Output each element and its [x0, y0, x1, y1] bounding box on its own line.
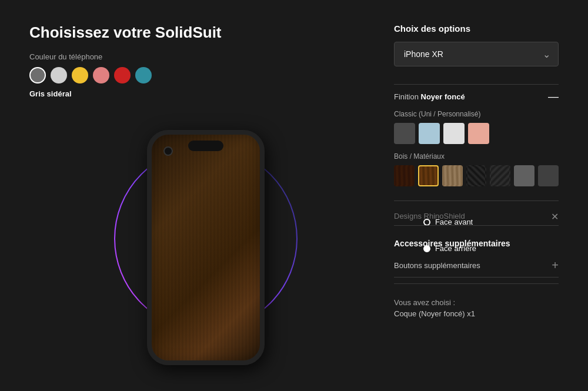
designs-input[interactable] [394, 207, 559, 226]
finition-collapse-button[interactable]: — [548, 91, 559, 103]
color-swatch-red[interactable] [114, 67, 131, 83]
face-back-label: Face arrière [435, 244, 476, 253]
page-title: Choisissez votre SolidSuit [29, 24, 382, 42]
color-section-label: Couleur du téléphone [29, 52, 382, 61]
face-back-dot [423, 245, 430, 252]
options-title: Choix des options [394, 24, 559, 34]
color-swatch-pink[interactable] [93, 67, 109, 83]
wood-label: Bois / Matériaux [394, 152, 559, 161]
model-select[interactable]: iPhone XR iPhone XS iPhone X iPhone 11 i… [394, 42, 559, 66]
classic-swatches [394, 123, 559, 144]
right-panel: Choix des options iPhone XR iPhone XS iP… [394, 24, 559, 367]
chosen-label: Vous avez choisi : [394, 298, 559, 307]
classic-swatch-white[interactable] [443, 123, 465, 144]
wood-swatch-carbon1[interactable] [466, 165, 487, 186]
accessories-title: Accessoires supplémentaires [394, 239, 559, 248]
color-swatches [29, 67, 382, 83]
color-swatch-teal[interactable] [135, 67, 152, 83]
wood-swatches [394, 165, 559, 186]
accessories-section: Accessoires supplémentaires Boutons supp… [394, 239, 559, 278]
wood-swatch-carbon2[interactable] [490, 165, 510, 186]
divider-1 [394, 84, 559, 85]
wood-swatch-slate2[interactable] [538, 165, 559, 186]
close-icon[interactable]: ✕ [551, 211, 559, 222]
left-panel: Choisissez votre SolidSuit Couleur du té… [29, 24, 382, 367]
wood-swatch-dark-walnut[interactable] [394, 165, 415, 186]
classic-swatch-dark-gray[interactable] [394, 123, 415, 144]
classic-swatch-light-blue[interactable] [419, 123, 440, 144]
wood-swatch-walnut[interactable] [418, 165, 439, 186]
chosen-item: Coque (Noyer foncé) x1 [394, 309, 559, 318]
add-accessory-button[interactable]: + [552, 259, 559, 272]
classic-label: Classic (Uni / Personnalisé) [394, 110, 559, 118]
color-swatch-graphite[interactable] [29, 67, 46, 83]
page-container: Choisissez votre SolidSuit Couleur du té… [0, 0, 588, 391]
finition-label: Finition Noyer foncé [394, 92, 465, 101]
phone-mockup [147, 130, 265, 365]
classic-swatch-salmon[interactable] [468, 123, 489, 144]
wood-swatch-light[interactable] [442, 165, 463, 186]
wood-swatch-slate1[interactable] [514, 165, 534, 186]
face-back-indicator[interactable]: Face arrière [423, 244, 476, 253]
color-swatch-silver[interactable] [51, 67, 67, 83]
product-view: Face avant Face arrière [29, 110, 382, 367]
phone-camera [163, 146, 173, 156]
divider-2 [394, 200, 559, 201]
finition-row: Finition Noyer foncé — [394, 91, 559, 103]
selected-color-name: Gris sidéral [29, 89, 382, 98]
designs-input-wrapper: ✕ [394, 207, 559, 226]
phone-body [147, 130, 265, 365]
color-swatch-yellow[interactable] [72, 67, 88, 83]
divider-3 [394, 283, 559, 284]
accessory-label-buttons: Boutons supplémentaires [394, 261, 480, 270]
accessory-row-buttons: Boutons supplémentaires + [394, 254, 559, 278]
model-select-wrapper: iPhone XR iPhone XS iPhone X iPhone 11 i… [394, 42, 559, 66]
finition-value: Noyer foncé [421, 92, 465, 101]
chosen-section: Vous avez choisi : Coque (Noyer foncé) x… [394, 298, 559, 318]
